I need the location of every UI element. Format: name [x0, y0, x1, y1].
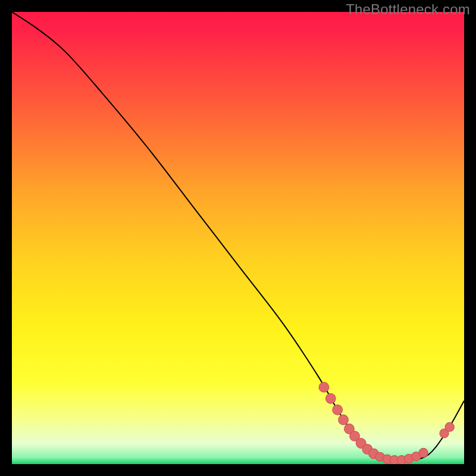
data-marker: [319, 382, 329, 392]
data-marker: [325, 393, 336, 403]
bottleneck-curve: [12, 12, 464, 460]
curve-layer: [12, 12, 464, 464]
watermark-label: TheBottleneck.com: [346, 1, 470, 18]
data-marker: [333, 405, 343, 415]
data-marker: [445, 422, 454, 431]
chart-frame: TheBottleneck.com: [0, 0, 476, 476]
plot-area: [12, 12, 464, 464]
marker-group: [319, 382, 454, 464]
data-marker: [419, 448, 428, 457]
data-marker: [339, 415, 349, 425]
